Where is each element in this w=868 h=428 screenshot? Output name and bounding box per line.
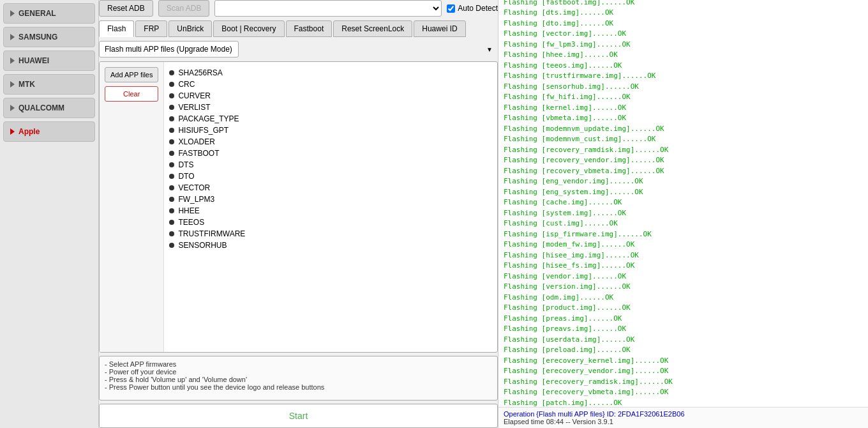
log-line: Flashing [preavs.img]......OK [504,324,863,335]
file-name: HHEE [178,206,199,215]
bullet-icon [169,243,174,248]
log-line: Flashing [modemnvm_update.img]......OK [504,124,863,135]
log-line: Flashing [dto.img]......OK [504,19,863,29]
file-buttons: Add APP files Clear [100,62,164,352]
log-line: Flashing [erecovery_vbmeta.img]......OK [504,387,863,398]
log-line: Flashing [erecovery_vendor.img]......OK [504,366,863,377]
log-line: Flashing [erecovery_kernel.img]......OK [504,356,863,367]
auto-detect-checkbox[interactable] [447,4,455,13]
sidebar-item-general[interactable]: GENERAL [3,3,95,24]
instruction-line: - Select APP firmwares [105,360,492,368]
chevron-right-icon [10,128,15,135]
log-line: Flashing [modemnvm_cust.img]......OK [504,134,863,145]
sidebar-item-huawei[interactable]: HUAWEI [3,50,95,71]
sidebar: GENERALSAMSUNGHUAWEIMTKQUALCOMMApple [0,0,99,428]
sidebar-item-label: GENERAL [19,9,56,18]
file-name: CRC [178,80,195,89]
bullet-icon [169,162,174,167]
file-name: SHA256RSA [178,68,222,77]
sidebar-item-label: SAMSUNG [19,33,57,42]
file-area: Add APP files Clear SHA256RSACRCCURVERVE… [99,61,498,353]
file-list: SHA256RSACRCCURVERVERLISTPACKAGE_TYPEHIS… [164,62,497,352]
log-line: Flashing [dts.img]......OK [504,8,863,19]
log-line: Flashing [userdata.img]......OK [504,335,863,346]
tab-huawei_id[interactable]: Huawei ID [414,20,465,37]
scan-adb-button[interactable]: Scan ADB [158,0,210,17]
list-item: VERLIST [169,102,492,113]
log-line: Flashing [fw_hifi.img]......OK [504,92,863,103]
file-name: XLOADER [178,137,214,146]
port-select[interactable] [214,0,442,17]
file-name: FW_LPM3 [178,195,214,204]
log-footer: Operation {Flash multi APP files} ID: 2F… [498,407,868,428]
file-name: VERLIST [178,103,210,112]
file-name: TRUSTFIRMWARE [178,229,245,238]
tab-boot_recovery[interactable]: Boot | Recovery [213,20,284,37]
list-item: DTS [169,159,492,171]
flash-mode-select[interactable]: Flash multi APP files (Upgrade Mode)Flas… [99,41,239,57]
file-name: DTO [178,172,194,181]
tab-fastboot[interactable]: Fastboot [286,20,333,37]
tab-frp[interactable]: FRP [135,20,167,37]
list-item: PACKAGE_TYPE [169,113,492,125]
log-line: Flashing [hisee_img.img]......OK [504,250,863,261]
time-line: Elapsed time 08:44 -- Version 3.9.1 [504,418,863,425]
list-item: XLOADER [169,136,492,148]
list-item: SHA256RSA [169,67,492,79]
log-line: Flashing [system.img]......OK [504,208,863,219]
add-app-files-button[interactable]: Add APP files [105,67,158,82]
chevron-right-icon [10,81,15,88]
chevron-right-icon [10,105,15,111]
chevron-right-icon [10,34,15,40]
start-button[interactable]: Start [99,404,498,428]
log-line: Flashing [recovery_vbmeta.img]......OK [504,166,863,177]
sidebar-item-label: QUALCOMM [19,103,64,112]
log-line: Flashing [eng_vendor.img]......OK [504,176,863,187]
bullet-icon [169,197,174,202]
log-line: Flashing [odm.img]......OK [504,293,863,303]
tab-flash[interactable]: Flash [99,20,134,37]
sidebar-item-mtk[interactable]: MTK [3,74,95,95]
operation-line: Operation {Flash multi APP files} ID: 2F… [504,410,863,418]
file-name: PACKAGE_TYPE [178,114,239,123]
log-line: Flashing [sensorhub.img]......OK [504,82,863,93]
file-name: VECTOR [178,183,210,192]
file-name: HISIUFS_GPT [178,126,228,135]
bullet-icon [169,174,174,179]
list-item: DTO [169,171,492,182]
tab-unbrick[interactable]: UnBrick [168,20,212,37]
list-item: FW_LPM3 [169,194,492,205]
sidebar-item-qualcomm[interactable]: QUALCOMM [3,98,95,118]
log-line: Flashing [trustfirmware.img]......OK [504,71,863,82]
tab-bar: FlashFRPUnBrickBoot | RecoveryFastbootRe… [99,20,498,37]
clear-button[interactable]: Clear [105,86,158,102]
mode-select-wrapper: Flash multi APP files (Upgrade Mode)Flas… [99,41,498,57]
log-line: Flashing [erecovery_ramdisk.img]......OK [504,377,863,388]
log-line: Flashing [cust.img]......OK [504,218,863,229]
auto-detect-label: Auto Detect [447,4,498,13]
instruction-line: - Power off your device [105,368,492,376]
chevron-right-icon [10,57,15,64]
instructions-panel: - Select APP firmwares- Power off your d… [99,356,498,401]
sidebar-item-samsung[interactable]: SAMSUNG [3,27,95,47]
auto-detect-text: Auto Detect [458,4,498,13]
bullet-icon [169,93,174,98]
log-content: Flashing [xloader.img]......OKFlashing [… [498,0,868,407]
log-line: Flashing [patch.img]......OK [504,398,863,408]
file-name: TEEOS [178,218,204,227]
reset-adb-button[interactable]: Reset ADB [99,0,153,17]
bullet-icon [169,208,174,213]
mode-selector: Flash multi APP files (Upgrade Mode)Flas… [99,41,498,57]
log-line: Flashing [cache.img]......OK [504,197,863,208]
log-line: Flashing [hisee_fs.img]......OK [504,261,863,271]
log-line: Flashing [recovery_ramdisk.img]......OK [504,145,863,156]
log-panel: Flashing [xloader.img]......OKFlashing [… [498,0,868,428]
list-item: HHEE [169,205,492,217]
file-name: FASTBOOT [178,149,219,158]
bullet-icon [169,139,174,144]
chevron-right-icon [10,10,15,17]
sidebar-item-apple[interactable]: Apple [3,121,95,142]
log-line: Flashing [eng_system.img]......OK [504,187,863,198]
tab-reset_screenlock[interactable]: Reset ScreenLock [333,20,412,37]
list-item: CURVER [169,90,492,102]
